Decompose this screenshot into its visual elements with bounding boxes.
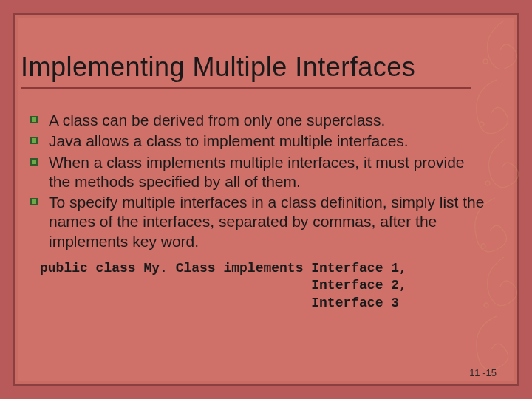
- bullet-text: When a class implements multiple interfa…: [49, 153, 488, 192]
- svg-rect-6: [32, 117, 36, 122]
- svg-rect-10: [32, 160, 36, 164]
- list-item: To specify multiple interfaces in a clas…: [30, 193, 488, 251]
- svg-rect-8: [32, 138, 36, 143]
- page-number: 11 -15: [469, 367, 497, 378]
- green-square-bullet-icon: [30, 115, 44, 124]
- bullet-text: A class can be derived from only one sup…: [49, 111, 385, 130]
- svg-rect-12: [32, 200, 36, 204]
- list-item: A class can be derived from only one sup…: [30, 111, 488, 130]
- content-area: A class can be derived from only one sup…: [30, 111, 488, 312]
- green-square-bullet-icon: [30, 157, 44, 166]
- green-square-bullet-icon: [30, 136, 44, 145]
- title-underline: [21, 87, 471, 89]
- bullet-text: To specify multiple interfaces in a clas…: [49, 193, 488, 251]
- green-square-bullet-icon: [30, 197, 44, 206]
- code-example: public class My. Class implements Interf…: [40, 260, 488, 312]
- list-item: When a class implements multiple interfa…: [30, 153, 488, 192]
- list-item: Java allows a class to implement multipl…: [30, 132, 488, 151]
- slide-title: Implementing Multiple Interfaces: [21, 52, 415, 83]
- bullet-text: Java allows a class to implement multipl…: [49, 132, 409, 151]
